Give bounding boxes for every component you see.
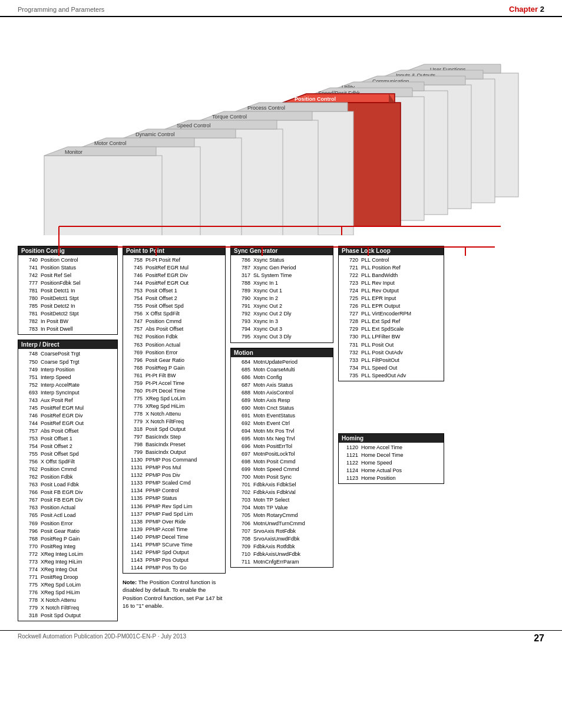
table-row: 1131PPMP Pos Mul xyxy=(126,464,222,472)
point-to-point-table: Point to Point 758Pt-Pt Posit Ref745Posi… xyxy=(123,246,226,574)
param-label: PLL Speed Out xyxy=(361,364,397,372)
param-label: PositDetct1 Stpt xyxy=(41,295,79,302)
param-label: FdbkAxis FdbkSel xyxy=(253,481,296,489)
param-label: PPMP Decel Time xyxy=(146,533,189,541)
param-label: X Offst SpdFilt xyxy=(146,310,180,318)
param-label: MotnUnwdTurnCmmd xyxy=(253,520,305,528)
table-row: 772XReg Integ LoLim xyxy=(21,551,114,558)
svg-text:Process Control: Process Control xyxy=(247,105,285,111)
param-label: Motn Posit Sync xyxy=(253,473,292,481)
param-number: 778 xyxy=(126,410,143,418)
table-row: 756X Offst SpdFilt xyxy=(126,310,222,318)
col-1: Position Config 740Position Control741Po… xyxy=(18,246,118,621)
param-label: Xsync Out 2 Dly xyxy=(253,310,292,318)
param-number: 1139 xyxy=(126,526,143,533)
table-row: 318Posit Spd Output xyxy=(21,612,114,620)
param-label: Pt-Pt Posit Ref xyxy=(146,256,180,264)
table-row: 694Motn Mx Pos Trvl xyxy=(234,427,330,435)
param-label: Interp Speed xyxy=(41,374,71,381)
param-number: 1132 xyxy=(126,472,143,479)
table-row: 1124Home Actual Pos xyxy=(342,467,441,475)
table-row: 787Xsync Gen Period xyxy=(234,264,330,272)
param-label: Posit Offset 1 xyxy=(146,287,177,295)
param-label: Posit Offset 1 xyxy=(41,435,72,443)
param-number: 757 xyxy=(126,325,143,333)
table-row: 789Xsync Out 1 xyxy=(234,287,330,295)
param-label: Posit Ref Sel xyxy=(41,272,71,279)
param-number: 763 xyxy=(126,341,143,349)
param-number: 689 xyxy=(234,397,250,404)
param-label: Xsync Status xyxy=(253,256,285,264)
param-number: 768 xyxy=(21,535,38,543)
param-number: 1136 xyxy=(126,503,143,510)
table-row: 753Posit Offset 1 xyxy=(126,287,222,295)
param-label: PLL SpeedOut Adv xyxy=(361,372,406,380)
param-label: PLL FiltPositOut xyxy=(361,357,399,364)
param-number: 691 xyxy=(234,412,250,420)
phase-lock-loop-table: Phase Lock Loop 720PLL Control721PLL Pos… xyxy=(338,246,444,381)
table-row: 706MotnUnwdTurnCmmd xyxy=(234,520,330,528)
table-row: 794Xsync Out 3 xyxy=(234,325,330,333)
param-number: 757 xyxy=(21,427,38,435)
table-row: 768PositReg P Gain xyxy=(126,364,222,372)
param-number: 769 xyxy=(21,520,38,528)
table-row: 775XReg Spd LoLim xyxy=(21,581,114,589)
table-row: 769Position Error xyxy=(21,520,114,528)
table-row: 1121Home Decel Time xyxy=(342,452,441,459)
param-number: 756 xyxy=(21,458,38,466)
param-label: PPMP Status xyxy=(146,495,177,502)
table-row: 755Posit Offset Spd xyxy=(126,302,222,310)
param-label: PositRef EGR Mul xyxy=(146,264,189,272)
table-row: 792Xsync Out 2 Dly xyxy=(234,310,330,318)
table-row: 785Posit Detct2 In xyxy=(21,302,114,310)
param-label: Xsync Gen Period xyxy=(253,264,296,272)
param-number: 730 xyxy=(342,333,358,341)
motion-table: Motion 684MotnUpdatePeriod685Motn Coarse… xyxy=(230,348,333,568)
param-number: 726 xyxy=(342,302,358,310)
svg-text:Torque Control: Torque Control xyxy=(212,114,247,120)
table-row: 734PLL Speed Out xyxy=(342,364,441,372)
param-label: Motn Event Ctrl xyxy=(253,420,290,427)
param-label: Xsync In 3 xyxy=(253,318,278,325)
table-row: 684MotnUpdatePeriod xyxy=(234,358,330,366)
table-row: 796Posit Gear Ratio xyxy=(21,528,114,535)
note-text: The Position Control function is disable… xyxy=(123,579,223,609)
table-row: 707SrvoAxis RotFdbk xyxy=(234,528,330,535)
param-number: 688 xyxy=(234,389,250,397)
page: Programming and Parameters Chapter 2 Use… xyxy=(0,0,562,728)
param-label: PPMP Spd Output xyxy=(146,549,189,556)
param-label: PositRef EGR Out xyxy=(41,420,84,427)
param-number: 795 xyxy=(234,333,250,341)
param-label: X Notch FiltFreq xyxy=(41,604,79,612)
param-number: 706 xyxy=(234,520,250,528)
param-number: 695 xyxy=(234,435,250,443)
param-label: Posit Offset Spd xyxy=(146,302,184,310)
svg-text:Speed Control: Speed Control xyxy=(177,123,211,129)
param-number: 705 xyxy=(234,512,250,519)
param-number: 755 xyxy=(126,302,143,310)
table-row: 732PLL Posit OutAdv xyxy=(342,349,441,357)
param-number: 767 xyxy=(21,496,38,504)
param-label: PLL Rev Input xyxy=(361,279,395,287)
table-row: 744PositRef EGR Out xyxy=(21,420,114,427)
param-label: PLL EPR Output xyxy=(361,302,400,310)
table-row: 708SrvoAxisUnwdFdbk xyxy=(234,535,330,543)
param-number: 687 xyxy=(234,381,250,389)
param-label: PPMP Rev Spd Lim xyxy=(146,503,192,510)
param-number: 692 xyxy=(234,420,250,427)
param-label: Posit Gear Ratio xyxy=(146,357,184,364)
param-label: PPMP Over Ride xyxy=(146,518,186,526)
param-number: 749 xyxy=(21,366,38,374)
phase-lock-loop-body: 720PLL Control721PLL Position Ref722PLL … xyxy=(339,255,444,381)
header: Programming and Parameters Chapter 2 xyxy=(0,0,562,17)
param-label: Motn TP Value xyxy=(253,504,288,512)
table-row: 793Xsync In 3 xyxy=(234,318,330,325)
param-label: X Notch FiltFreq xyxy=(146,418,184,426)
homing-header: Homing xyxy=(339,434,444,443)
table-row: 1122Home Speed xyxy=(342,459,441,467)
table-row: 697MotnPositLockTol xyxy=(234,450,330,458)
param-label: X Notch Attenu xyxy=(41,597,76,604)
param-number: 742 xyxy=(21,272,38,279)
param-label: Position Status xyxy=(41,264,76,272)
param-number: 690 xyxy=(234,404,250,412)
